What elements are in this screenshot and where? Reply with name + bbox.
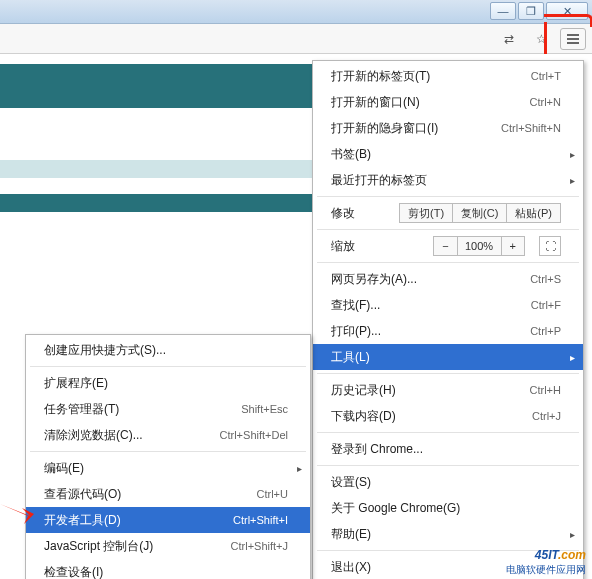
- zoom-in-button[interactable]: +: [502, 236, 525, 256]
- window-titlebar: — ❐ ✕: [0, 0, 592, 24]
- submenu-devtools[interactable]: 开发者工具(D)Ctrl+Shift+I: [26, 507, 310, 533]
- decorative-band: [0, 194, 312, 212]
- separator: [317, 229, 579, 230]
- separator: [317, 550, 579, 551]
- tools-submenu: 创建应用快捷方式(S)... 扩展程序(E) 任务管理器(T)Shift+Esc…: [25, 334, 311, 579]
- zoom-out-button[interactable]: −: [433, 236, 457, 256]
- menu-find[interactable]: 查找(F)...Ctrl+F: [313, 292, 583, 318]
- menu-print[interactable]: 打印(P)...Ctrl+P: [313, 318, 583, 344]
- submenu-create-shortcut[interactable]: 创建应用快捷方式(S)...: [26, 337, 310, 363]
- decorative-band: [0, 160, 312, 178]
- separator: [30, 366, 306, 367]
- submenu-taskmgr[interactable]: 任务管理器(T)Shift+Esc: [26, 396, 310, 422]
- submenu-inspect[interactable]: 检查设备(I): [26, 559, 310, 579]
- separator: [317, 432, 579, 433]
- edit-label: 修改: [331, 205, 371, 222]
- hamburger-menu-button[interactable]: [560, 28, 586, 50]
- maximize-button[interactable]: ❐: [518, 2, 544, 20]
- copy-button[interactable]: 复制(C): [453, 203, 507, 223]
- zoom-value: 100%: [458, 236, 502, 256]
- close-button[interactable]: ✕: [546, 2, 588, 20]
- separator: [317, 465, 579, 466]
- menu-edit-row: 修改 剪切(T) 复制(C) 粘贴(P): [313, 200, 583, 226]
- chrome-main-menu: 打开新的标签页(T)Ctrl+T 打开新的窗口(N)Ctrl+N 打开新的隐身窗…: [312, 60, 584, 579]
- menu-tools[interactable]: 工具(L): [313, 344, 583, 370]
- menu-bookmarks[interactable]: 书签(B): [313, 141, 583, 167]
- browser-toolbar: ⇄ ☆: [0, 24, 592, 54]
- submenu-extensions[interactable]: 扩展程序(E): [26, 370, 310, 396]
- minimize-button[interactable]: —: [490, 2, 516, 20]
- menu-recent-tabs[interactable]: 最近打开的标签页: [313, 167, 583, 193]
- fullscreen-button[interactable]: ⛶: [539, 236, 561, 256]
- submenu-clear-data[interactable]: 清除浏览数据(C)...Ctrl+Shift+Del: [26, 422, 310, 448]
- submenu-encoding[interactable]: 编码(E): [26, 455, 310, 481]
- separator: [30, 451, 306, 452]
- decorative-band: [0, 64, 312, 108]
- menu-help[interactable]: 帮助(E): [313, 521, 583, 547]
- paste-button[interactable]: 粘贴(P): [507, 203, 561, 223]
- separator: [317, 196, 579, 197]
- menu-new-tab[interactable]: 打开新的标签页(T)Ctrl+T: [313, 63, 583, 89]
- zoom-label: 缩放: [331, 238, 371, 255]
- menu-incognito[interactable]: 打开新的隐身窗口(I)Ctrl+Shift+N: [313, 115, 583, 141]
- cut-button[interactable]: 剪切(T): [399, 203, 453, 223]
- submenu-view-source[interactable]: 查看源代码(O)Ctrl+U: [26, 481, 310, 507]
- menu-downloads[interactable]: 下载内容(D)Ctrl+J: [313, 403, 583, 429]
- menu-exit[interactable]: 退出(X): [313, 554, 583, 579]
- menu-history[interactable]: 历史记录(H)Ctrl+H: [313, 377, 583, 403]
- menu-zoom-row: 缩放 − 100% + ⛶: [313, 233, 583, 259]
- menu-signin[interactable]: 登录到 Chrome...: [313, 436, 583, 462]
- menu-about[interactable]: 关于 Google Chrome(G): [313, 495, 583, 521]
- separator: [317, 373, 579, 374]
- menu-settings[interactable]: 设置(S): [313, 469, 583, 495]
- bookmark-star-icon[interactable]: ☆: [528, 28, 554, 50]
- separator: [317, 262, 579, 263]
- submenu-js-console[interactable]: JavaScript 控制台(J)Ctrl+Shift+J: [26, 533, 310, 559]
- menu-save-as[interactable]: 网页另存为(A)...Ctrl+S: [313, 266, 583, 292]
- translate-icon[interactable]: ⇄: [496, 28, 522, 50]
- menu-new-window[interactable]: 打开新的窗口(N)Ctrl+N: [313, 89, 583, 115]
